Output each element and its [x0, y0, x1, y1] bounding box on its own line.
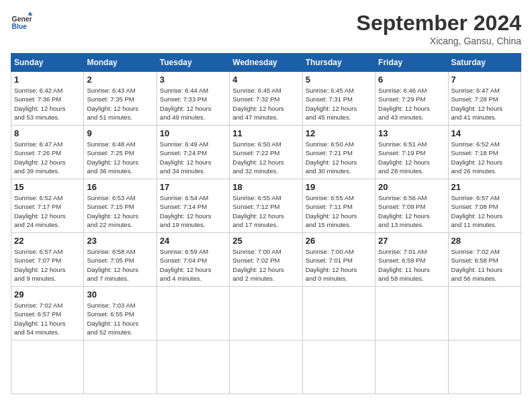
title-area: September 2024 Xicang, Gansu, China [357, 11, 521, 46]
day-number: 19 [306, 182, 372, 192]
calendar-day-cell: 29Sunrise: 7:02 AM Sunset: 6:57 PM Dayli… [11, 287, 84, 340]
calendar-day-cell: 11Sunrise: 6:50 AM Sunset: 7:22 PM Dayli… [230, 126, 302, 179]
day-number: 8 [14, 128, 81, 138]
day-number: 24 [160, 236, 226, 246]
day-info: Sunrise: 7:00 AM Sunset: 7:02 PM Dayligh… [232, 247, 299, 283]
day-number: 27 [378, 236, 445, 246]
day-number: 30 [87, 289, 153, 300]
calendar-week-row: 15Sunrise: 6:52 AM Sunset: 7:17 PM Dayli… [11, 179, 521, 233]
day-info: Sunrise: 6:55 AM Sunset: 7:11 PM Dayligh… [306, 193, 372, 229]
day-number: 9 [87, 128, 153, 138]
calendar-day-cell: 13Sunrise: 6:51 AM Sunset: 7:19 PM Dayli… [375, 126, 448, 179]
day-info: Sunrise: 6:57 AM Sunset: 7:08 PM Dayligh… [451, 193, 518, 229]
day-number: 15 [14, 182, 81, 192]
calendar-day-cell: 23Sunrise: 6:58 AM Sunset: 7:05 PM Dayli… [84, 233, 157, 287]
calendar-day-cell: 16Sunrise: 6:53 AM Sunset: 7:15 PM Dayli… [84, 179, 157, 233]
calendar-cell [230, 287, 302, 340]
calendar-cell [157, 340, 229, 394]
day-info: Sunrise: 6:53 AM Sunset: 7:15 PM Dayligh… [87, 193, 153, 229]
calendar-day-cell: 5Sunrise: 6:45 AM Sunset: 7:31 PM Daylig… [302, 72, 375, 126]
day-number: 20 [378, 182, 445, 192]
calendar-cell [302, 287, 375, 340]
weekday-header-saturday: Saturday [448, 54, 521, 72]
calendar-table: SundayMondayTuesdayWednesdayThursdayFrid… [11, 53, 521, 394]
calendar-day-cell: 4Sunrise: 6:45 AM Sunset: 7:32 PM Daylig… [230, 72, 302, 126]
day-number: 11 [232, 128, 299, 138]
day-info: Sunrise: 6:45 AM Sunset: 7:32 PM Dayligh… [232, 86, 299, 122]
calendar-day-cell: 25Sunrise: 7:00 AM Sunset: 7:02 PM Dayli… [230, 233, 302, 287]
day-info: Sunrise: 7:00 AM Sunset: 7:01 PM Dayligh… [306, 247, 372, 283]
day-number: 28 [451, 236, 518, 246]
day-info: Sunrise: 6:52 AM Sunset: 7:17 PM Dayligh… [14, 193, 81, 229]
weekday-header-thursday: Thursday [302, 54, 375, 72]
day-number: 5 [306, 75, 372, 85]
calendar-day-cell: 6Sunrise: 6:46 AM Sunset: 7:29 PM Daylig… [375, 72, 448, 126]
day-info: Sunrise: 6:50 AM Sunset: 7:22 PM Dayligh… [232, 140, 299, 175]
day-info: Sunrise: 6:48 AM Sunset: 7:25 PM Dayligh… [87, 140, 153, 175]
calendar-day-cell: 19Sunrise: 6:55 AM Sunset: 7:11 PM Dayli… [302, 179, 375, 233]
calendar-day-cell: 15Sunrise: 6:52 AM Sunset: 7:17 PM Dayli… [11, 179, 84, 233]
day-info: Sunrise: 6:43 AM Sunset: 7:35 PM Dayligh… [87, 86, 153, 122]
calendar-cell [302, 340, 375, 394]
day-info: Sunrise: 6:52 AM Sunset: 7:18 PM Dayligh… [451, 140, 518, 175]
calendar-day-cell: 18Sunrise: 6:55 AM Sunset: 7:12 PM Dayli… [230, 179, 302, 233]
day-info: Sunrise: 6:46 AM Sunset: 7:29 PM Dayligh… [378, 86, 445, 122]
day-info: Sunrise: 6:51 AM Sunset: 7:19 PM Dayligh… [378, 140, 445, 175]
day-info: Sunrise: 6:50 AM Sunset: 7:21 PM Dayligh… [306, 140, 372, 175]
day-info: Sunrise: 6:42 AM Sunset: 7:36 PM Dayligh… [14, 86, 81, 122]
calendar-cell [11, 340, 84, 394]
day-number: 17 [160, 182, 226, 192]
calendar-day-cell: 28Sunrise: 7:02 AM Sunset: 6:58 PM Dayli… [448, 233, 521, 287]
day-number: 29 [14, 289, 81, 300]
calendar-day-cell: 10Sunrise: 6:49 AM Sunset: 7:24 PM Dayli… [157, 126, 229, 179]
calendar-day-cell: 2Sunrise: 6:43 AM Sunset: 7:35 PM Daylig… [84, 72, 157, 126]
calendar-cell [84, 340, 157, 394]
day-info: Sunrise: 7:03 AM Sunset: 6:55 PM Dayligh… [87, 301, 153, 336]
day-info: Sunrise: 6:44 AM Sunset: 7:33 PM Dayligh… [160, 86, 226, 122]
day-info: Sunrise: 6:57 AM Sunset: 7:07 PM Dayligh… [14, 247, 81, 283]
calendar-day-cell: 7Sunrise: 6:47 AM Sunset: 7:28 PM Daylig… [448, 72, 521, 126]
calendar-cell [375, 287, 448, 340]
day-number: 6 [378, 75, 445, 85]
weekday-header-row: SundayMondayTuesdayWednesdayThursdayFrid… [11, 54, 521, 72]
calendar-day-cell: 22Sunrise: 6:57 AM Sunset: 7:07 PM Dayli… [11, 233, 84, 287]
calendar-cell [448, 340, 521, 394]
day-info: Sunrise: 7:01 AM Sunset: 6:59 PM Dayligh… [378, 247, 445, 283]
day-number: 26 [306, 236, 372, 246]
calendar-day-cell: 24Sunrise: 6:59 AM Sunset: 7:04 PM Dayli… [157, 233, 229, 287]
day-number: 22 [14, 236, 81, 246]
calendar-week-row: 8Sunrise: 6:47 AM Sunset: 7:26 PM Daylig… [11, 126, 521, 179]
weekday-header-friday: Friday [375, 54, 448, 72]
calendar-week-row [11, 340, 521, 394]
day-number: 18 [232, 182, 299, 192]
svg-text:Blue: Blue [12, 23, 28, 30]
day-info: Sunrise: 6:47 AM Sunset: 7:26 PM Dayligh… [14, 140, 81, 175]
day-info: Sunrise: 6:47 AM Sunset: 7:28 PM Dayligh… [451, 86, 518, 122]
location: Xicang, Gansu, China [357, 36, 521, 46]
day-number: 23 [87, 236, 153, 246]
day-number: 10 [160, 128, 226, 138]
weekday-header-wednesday: Wednesday [230, 54, 302, 72]
weekday-header-tuesday: Tuesday [157, 54, 229, 72]
calendar-day-cell: 20Sunrise: 6:56 AM Sunset: 7:09 PM Dayli… [375, 179, 448, 233]
calendar-cell [448, 287, 521, 340]
weekday-header-sunday: Sunday [11, 54, 84, 72]
day-number: 16 [87, 182, 153, 192]
day-info: Sunrise: 6:58 AM Sunset: 7:05 PM Dayligh… [87, 247, 153, 283]
calendar-day-cell: 17Sunrise: 6:54 AM Sunset: 7:14 PM Dayli… [157, 179, 229, 233]
day-number: 4 [232, 75, 299, 85]
day-number: 12 [306, 128, 372, 138]
day-info: Sunrise: 7:02 AM Sunset: 6:57 PM Dayligh… [14, 301, 81, 336]
calendar-cell [157, 287, 229, 340]
day-number: 2 [87, 75, 153, 85]
day-info: Sunrise: 6:55 AM Sunset: 7:12 PM Dayligh… [232, 193, 299, 229]
calendar-day-cell: 12Sunrise: 6:50 AM Sunset: 7:21 PM Dayli… [302, 126, 375, 179]
day-number: 13 [378, 128, 445, 138]
day-info: Sunrise: 6:45 AM Sunset: 7:31 PM Dayligh… [306, 86, 372, 122]
svg-text:General: General [12, 15, 32, 23]
calendar-day-cell: 30Sunrise: 7:03 AM Sunset: 6:55 PM Dayli… [84, 287, 157, 340]
day-number: 3 [160, 75, 226, 85]
weekday-header-monday: Monday [84, 54, 157, 72]
calendar-day-cell: 21Sunrise: 6:57 AM Sunset: 7:08 PM Dayli… [448, 179, 521, 233]
calendar-week-row: 29Sunrise: 7:02 AM Sunset: 6:57 PM Dayli… [11, 287, 521, 340]
